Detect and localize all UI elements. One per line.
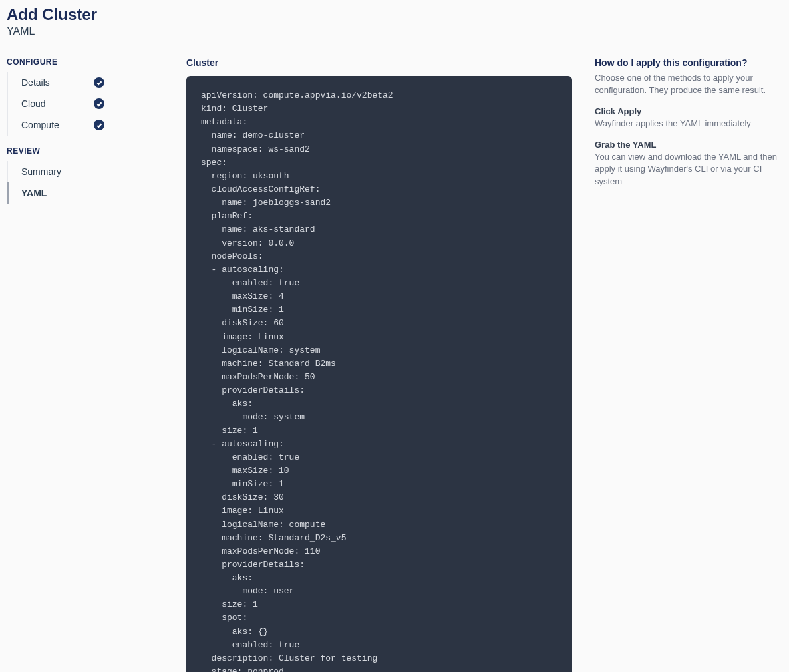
- review-section-label: REVIEW: [7, 146, 173, 156]
- sidebar-item-cloud[interactable]: Cloud: [8, 93, 111, 114]
- sidebar-item-label: Cloud: [21, 98, 46, 109]
- sidebar-item-label: Compute: [21, 120, 59, 130]
- page-title: Add Cluster: [7, 5, 782, 24]
- wizard-sidebar: CONFIGURE Details Cloud Compute: [7, 57, 173, 204]
- main-content: Cluster apiVersion: compute.appvia.io/v2…: [186, 57, 572, 672]
- help-panel: How do I apply this configuration? Choos…: [585, 57, 778, 198]
- page-subtitle: YAML: [7, 25, 782, 37]
- sidebar-item-summary[interactable]: Summary: [8, 161, 111, 182]
- help-click-apply-body: Wayfinder applies the YAML immediately: [595, 118, 778, 130]
- help-title: How do I apply this configuration?: [595, 57, 778, 68]
- help-click-apply-title: Click Apply: [595, 106, 778, 116]
- check-icon: [94, 98, 104, 109]
- configure-nav-group: Details Cloud Compute: [7, 72, 173, 136]
- help-grab-yaml-body: You can view and download the YAML and t…: [595, 151, 778, 189]
- check-icon: [94, 120, 104, 130]
- configure-section-label: CONFIGURE: [7, 57, 173, 67]
- sidebar-item-label: Details: [21, 77, 50, 88]
- cluster-heading: Cluster: [186, 57, 572, 68]
- sidebar-item-compute[interactable]: Compute: [8, 114, 111, 136]
- help-grab-yaml-title: Grab the YAML: [595, 140, 778, 150]
- check-icon: [94, 77, 104, 88]
- sidebar-item-yaml[interactable]: YAML: [8, 182, 111, 204]
- review-nav-group: Summary YAML: [7, 161, 173, 204]
- sidebar-item-label: YAML: [21, 188, 47, 198]
- help-intro: Choose one of the methods to apply your …: [595, 72, 778, 97]
- sidebar-item-label: Summary: [21, 166, 61, 177]
- yaml-code-block[interactable]: apiVersion: compute.appvia.io/v2beta2 ki…: [186, 76, 572, 672]
- sidebar-item-details[interactable]: Details: [8, 72, 111, 93]
